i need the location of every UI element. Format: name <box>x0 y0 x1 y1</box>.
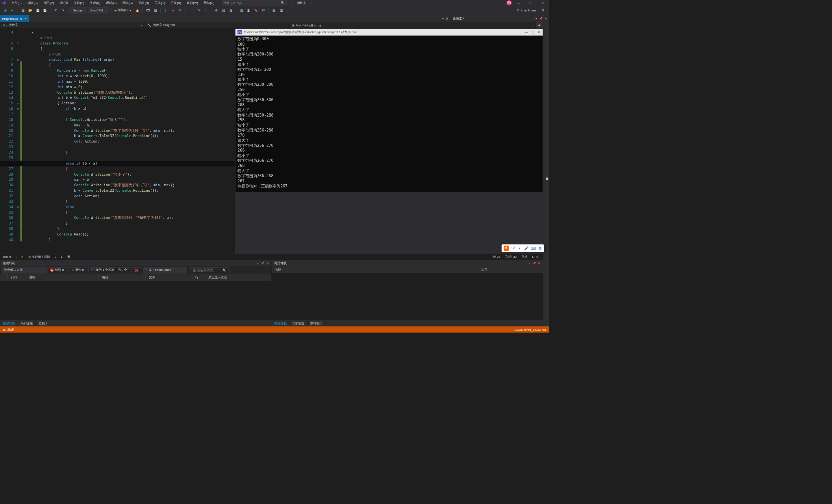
menu-item[interactable]: 项目(P) <box>71 0 87 6</box>
menu-item[interactable]: 文件(F) <box>9 0 24 6</box>
console-maximize[interactable]: ▢ <box>532 30 534 34</box>
tab-overflow-icon[interactable]: ▾ <box>442 17 444 20</box>
close-icon[interactable]: ✕ <box>538 261 540 265</box>
nav-left-icon[interactable]: ◂ <box>55 255 56 259</box>
nav-fwd-button[interactable]: → <box>9 7 16 13</box>
diagnostics-tool-header[interactable]: 诊断工具 ▾ 📌 ✕ <box>450 15 549 22</box>
crumb-add-button[interactable]: ✚ <box>536 22 543 28</box>
step-over-button[interactable]: ↷ <box>195 7 202 13</box>
minimize-button[interactable]: — <box>514 0 524 6</box>
hot-reload-button[interactable]: 🔥 <box>134 7 141 13</box>
error-search-input[interactable]: 🔍 <box>190 267 230 273</box>
maximize-button[interactable]: ▢ <box>526 0 536 6</box>
error-col-header[interactable]: 代码 <box>8 274 26 281</box>
errors-filter[interactable]: ⛔错误 0 <box>47 267 67 273</box>
step-out-button[interactable]: ↑ <box>202 7 209 13</box>
dropdown-icon[interactable]: ▾ <box>257 261 259 265</box>
tool-g[interactable]: ⛓ <box>260 7 267 13</box>
tool-e[interactable]: ◧ <box>246 7 252 13</box>
info-filter[interactable]: ⓘ展示 1 个消息中的 0 个 <box>88 267 130 273</box>
step-into-button[interactable]: ↓ <box>188 7 194 13</box>
tool-a[interactable]: ⚙ <box>213 7 219 13</box>
crumb-class[interactable]: 🔧 猜数字.Program <box>144 22 288 28</box>
scope-dropdown[interactable]: 整个解决方案 <box>2 267 46 273</box>
close-button[interactable]: ✕ <box>538 0 548 6</box>
menu-item[interactable]: 工具(T) <box>152 0 167 6</box>
list-icon[interactable]: ☰ <box>67 255 70 259</box>
ime-grid-icon[interactable]: ⊞ <box>539 246 542 250</box>
tool-icon-1[interactable]: 🗔 <box>145 7 151 13</box>
console-output[interactable]: 数字范围为0-300 200 猜小了 数字范围为200-300 15 猜小了 数… <box>235 35 543 192</box>
ime-toolbar[interactable]: S 中 ᠈ 🎤 ⌨ ⊞ <box>502 244 544 252</box>
tool-d[interactable]: ▥ <box>238 7 245 13</box>
platform-dropdown[interactable]: Any CPU <box>88 7 108 13</box>
global-search-input[interactable]: 搜索 (Ctrl+Q) 🔍 <box>222 0 287 6</box>
crumb-method[interactable]: ◉ Main(string[] args) <box>289 22 536 28</box>
pause-button[interactable]: ∥ <box>163 7 169 13</box>
bottom-tab[interactable]: 调用堆栈 <box>271 320 289 326</box>
bottom-tab[interactable]: 即时窗口 <box>307 320 325 326</box>
error-col-header[interactable]: 行 <box>192 274 205 281</box>
tool-f[interactable]: 🔖 <box>253 7 259 13</box>
zoom-level[interactable]: 100 % <box>3 255 11 259</box>
error-col-header[interactable]: 禁止显示状态 <box>205 274 230 281</box>
error-col-header[interactable]: 说明 <box>26 274 99 281</box>
open-file-button[interactable]: 📂 <box>27 7 33 13</box>
menu-item[interactable]: 生成(B) <box>87 0 103 6</box>
restart-button[interactable]: ⟳ <box>177 7 183 13</box>
nav-back-button[interactable]: ◉ <box>2 7 8 13</box>
bottom-tab[interactable]: 错误列表 <box>0 320 18 326</box>
ime-keyboard-icon[interactable]: ⌨ <box>531 246 536 250</box>
tool-i[interactable]: ▥ <box>278 7 284 13</box>
ime-punct[interactable]: ᠈ <box>518 246 521 250</box>
tab-settings-icon[interactable]: ⚙ <box>445 17 448 20</box>
menu-item[interactable]: 视图(V) <box>41 0 57 6</box>
pin-icon[interactable]: 📌 <box>532 261 536 265</box>
live-share-button[interactable]: ⇪ Live Share ⚙ <box>514 8 547 12</box>
save-all-button[interactable]: 💾 <box>42 7 48 13</box>
menu-item[interactable]: 测试(S) <box>120 0 135 6</box>
console-title-bar[interactable]: C# C:\Users\17938\source\repos\猜数字\猜数字\b… <box>235 29 543 35</box>
bottom-tab[interactable]: 异常设置 <box>289 320 308 326</box>
error-col-header[interactable] <box>0 274 8 281</box>
pin-icon[interactable]: 📌 <box>261 261 264 265</box>
console-minimize[interactable]: — <box>525 30 528 34</box>
pin-icon[interactable]: 📌 <box>539 17 543 20</box>
console-close[interactable]: ✕ <box>538 30 541 34</box>
tool-icon-2[interactable]: ▦ <box>152 7 158 13</box>
menu-item[interactable]: Git(G) <box>57 0 71 6</box>
pin-icon[interactable]: ⊕ <box>20 17 22 20</box>
error-col-header[interactable]: 项目 <box>99 274 146 281</box>
menu-item[interactable]: 分析(N) <box>136 0 152 6</box>
bottom-tab[interactable]: 局部变量 <box>18 320 36 326</box>
menu-item[interactable]: 编辑(E) <box>25 0 41 6</box>
right-side-strip[interactable]: 解方案视 <box>543 22 549 326</box>
tool-h[interactable]: ▦ <box>271 7 277 13</box>
dropdown-icon[interactable]: ▾ <box>536 17 537 20</box>
tab-close-icon[interactable]: ✕ <box>24 17 27 20</box>
tool-b[interactable]: ▤ <box>221 7 227 13</box>
file-tab-program[interactable]: Program.cs ⊕ ✕ <box>0 15 29 22</box>
ime-lang[interactable]: 中 <box>511 246 515 250</box>
continue-button[interactable]: ▶继续(C) ▾ <box>113 7 133 13</box>
config-dropdown[interactable]: Debug <box>70 7 87 13</box>
new-project-button[interactable]: ▦ <box>20 7 26 13</box>
stop-button[interactable]: ■ <box>170 7 176 13</box>
error-col-header[interactable]: 文件 <box>146 274 193 281</box>
redo-button[interactable]: ↷ <box>60 7 66 13</box>
warnings-filter[interactable]: ⚠警告 0 <box>69 267 87 273</box>
save-button[interactable]: 💾 <box>35 7 41 13</box>
user-avatar[interactable]: 高1 <box>506 0 511 6</box>
tool-c[interactable]: ▦ <box>228 7 234 13</box>
dropdown-icon[interactable]: ▾ <box>528 261 530 265</box>
code-editor[interactable]: 4 5 6 7 8 9 10 11 12 13 14 15 16 17 18 1… <box>0 29 235 254</box>
ime-mic-icon[interactable]: 🎤 <box>524 246 528 250</box>
menu-item[interactable]: 扩展(X) <box>168 0 184 6</box>
crumb-project[interactable]: C# 猜数字 <box>0 22 144 28</box>
nav-right-icon[interactable]: ▸ <box>61 255 63 259</box>
menu-item[interactable]: 调试(D) <box>104 0 119 6</box>
solution-name[interactable]: 猜数字 <box>291 0 311 6</box>
close-icon[interactable]: ✕ <box>545 17 547 20</box>
menu-item[interactable]: 窗口(W) <box>184 0 201 6</box>
menu-item[interactable]: 帮助(H) <box>201 0 217 6</box>
